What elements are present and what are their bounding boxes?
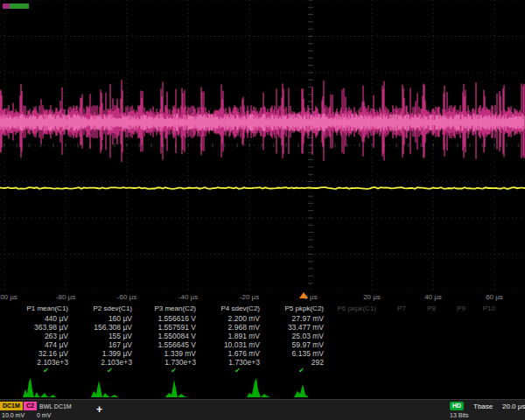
channel1-offset: 0 mV (37, 412, 51, 418)
cursor-marker[interactable]: + (96, 403, 102, 416)
param-status-cell (413, 367, 443, 375)
top-left-annotation (3, 4, 29, 9)
param-value-cell: 1.556616 V (139, 314, 203, 323)
param-value-cell: 1.557591 V (139, 323, 203, 332)
oscilloscope-screen: 00 µs-80 µs-60 µs-40 µs-20 µs0 µs20 µs40… (0, 0, 525, 420)
timebase-scale: 20.0 µs (502, 402, 525, 410)
param-value-cell: 474 µV (0, 340, 75, 349)
param-header-p3[interactable]: P3 mean(C2) (139, 304, 203, 314)
param-value-cell: 2.200 mV (203, 314, 267, 323)
bottom-bar: DC1M C2 BWL DC1M 10.0 mV 0 mV + HD Tbase… (0, 399, 525, 420)
time-axis-label: 60 µs (486, 293, 503, 301)
param-status-cell (383, 367, 413, 375)
param-value-cell (331, 358, 383, 367)
param-header-p2[interactable]: P2 sdev(C1) (75, 304, 139, 314)
channel2-coupling-label: BWL DC1M (39, 403, 72, 410)
param-value-cell (472, 340, 502, 349)
param-status-cell: ✔ (139, 367, 203, 375)
param-value-cell: 59.97 mV (267, 340, 331, 349)
time-axis-label: 0 µs (304, 293, 317, 301)
param-header-p7[interactable]: P7 (383, 304, 413, 314)
measurement-table: P1 mean(C1) P2 sdev(C1) P3 mean(C2) P4 s… (0, 304, 525, 375)
histicon-p5 (294, 376, 313, 397)
param-header-p9[interactable]: P9 (443, 304, 472, 314)
param-value-cell: 32.16 µV (0, 349, 75, 358)
param-header-p1[interactable]: P1 mean(C1) (0, 304, 75, 314)
param-value-cell: 27.97 mV (267, 314, 331, 323)
param-status-cell: ✔ (203, 367, 267, 375)
time-axis-label: 00 µs (0, 293, 18, 301)
param-value-cell: 167 µV (75, 340, 139, 349)
timebase-descriptor[interactable]: Tbase (473, 402, 493, 410)
param-value-cell: 33.477 mV (267, 323, 331, 332)
param-header-p5[interactable]: P5 pkpk(C2) (267, 304, 331, 314)
param-value-cell (413, 314, 443, 323)
param-value-cell: 155 µV (75, 332, 139, 340)
histicon-row (0, 376, 525, 399)
param-value-cell: 1.676 mV (203, 349, 267, 358)
histicon-p1 (23, 376, 61, 397)
param-value-cell: 1.399 µV (75, 349, 139, 358)
param-value-cell (472, 323, 502, 332)
param-value-cell (413, 349, 443, 358)
param-value-cell: 1.891 mV (203, 332, 267, 340)
param-value-cell (472, 349, 502, 358)
histicon-p4 (247, 376, 276, 397)
channel2-descriptor[interactable]: C2 (24, 402, 37, 410)
param-status-cell: ✔ (75, 367, 139, 375)
param-value-cell: 440 µV (0, 314, 75, 323)
param-value-cell: 2.968 mV (203, 323, 267, 332)
param-value-cell (472, 332, 502, 340)
time-axis-label: 40 µs (424, 293, 442, 301)
param-value-cell (383, 323, 413, 332)
param-header-p8[interactable]: P8 (413, 304, 443, 314)
param-value-cell: 292 (267, 358, 331, 367)
time-axis-label: -80 µs (56, 293, 75, 301)
param-status-cell (331, 367, 383, 375)
param-value-cell: 1.550084 V (139, 332, 203, 340)
param-value-cell: 1.556645 V (139, 340, 203, 349)
histicon-p3 (165, 376, 192, 397)
param-value-cell: 1.730e+3 (203, 358, 267, 367)
waveform-plot (0, 0, 525, 290)
param-value-cell (443, 323, 472, 332)
time-axis-label: -60 µs (117, 293, 136, 301)
param-value-cell (443, 314, 472, 323)
param-value-cell (443, 332, 472, 340)
param-value-cell (413, 323, 443, 332)
param-header-p10[interactable]: P10 (472, 304, 502, 314)
param-value-cell (331, 349, 383, 358)
time-axis-label: -40 µs (178, 293, 198, 301)
param-value-cell (331, 323, 383, 332)
param-status-cell: ✔ (0, 367, 75, 375)
param-value-cell (413, 358, 443, 367)
timebase-resolution: 13 Bits (450, 412, 468, 418)
param-value-cell (472, 358, 502, 367)
param-status-cell (443, 367, 472, 375)
param-value-cell: 156.308 µV (75, 323, 139, 332)
param-value-cell (383, 314, 413, 323)
histicon-p2 (91, 376, 122, 397)
channel1-vdiv: 10.0 mV (2, 412, 24, 418)
param-value-cell (443, 349, 472, 358)
param-header-p6[interactable]: P6 pkpk(C1) (331, 304, 383, 314)
param-value-cell (413, 340, 443, 349)
param-value-cell (443, 340, 472, 349)
param-value-cell: 160 µV (75, 314, 139, 323)
param-value-cell: 1.339 mV (139, 349, 203, 358)
param-status-cell: ✔ (267, 367, 331, 375)
param-value-cell: 2.103e+3 (0, 358, 75, 367)
param-value-cell (383, 349, 413, 358)
time-axis: 00 µs-80 µs-60 µs-40 µs-20 µs0 µs20 µs40… (0, 290, 525, 304)
param-value-cell: 6.135 mV (267, 349, 331, 358)
param-value-cell (413, 332, 443, 340)
param-value-cell (383, 358, 413, 367)
time-axis-label: -20 µs (240, 293, 259, 301)
hd-badge: HD (450, 402, 464, 410)
param-value-cell (331, 332, 383, 340)
param-value-cell: 363.98 µV (0, 323, 75, 332)
param-header-p4[interactable]: P4 sdev(C2) (203, 304, 267, 314)
param-status-cell (472, 367, 502, 375)
channel1-descriptor[interactable]: DC1M (0, 402, 23, 410)
param-value-cell: 1.730e+3 (139, 358, 203, 367)
